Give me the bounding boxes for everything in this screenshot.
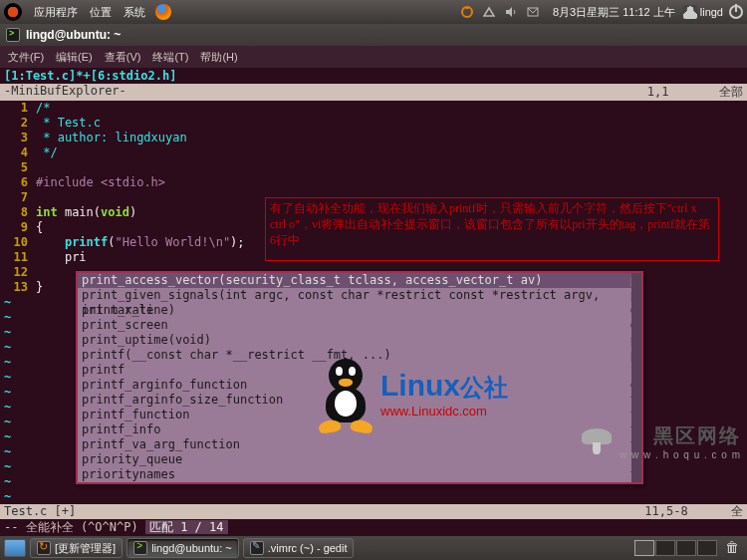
mail-tray-icon[interactable] — [526, 5, 542, 19]
completion-item[interactable]: printf_functiont — [78, 408, 641, 422]
task-label: .vimrc (~) - gedit — [268, 542, 348, 554]
completion-item[interactable]: priority_queues — [78, 452, 641, 467]
firefox-launcher-icon[interactable] — [155, 4, 171, 20]
menu-view[interactable]: 查看(V) — [99, 50, 147, 65]
workspace-2[interactable] — [655, 540, 675, 556]
completion-item[interactable]: printf_va_arg_functiont — [78, 437, 641, 452]
workspace-3[interactable] — [676, 540, 696, 556]
code-line: /* — [36, 101, 50, 115]
update-tray-icon[interactable] — [460, 5, 476, 19]
menu-help[interactable]: 帮助(H) — [194, 50, 243, 65]
show-desktop-button[interactable] — [4, 539, 26, 557]
system-menu[interactable]: 系统 — [118, 5, 151, 20]
completion-item[interactable]: print_uptime(void)p — [78, 333, 641, 348]
completion-item[interactable]: print_given_signals(int argc, const char… — [78, 288, 641, 303]
completion-text: printf_info — [82, 422, 160, 437]
completion-text: printf — [82, 363, 124, 378]
apps-menu[interactable]: 应用程序 — [28, 5, 84, 20]
completion-item[interactable]: printf(__const char *__restrict __fmt, .… — [78, 348, 641, 363]
gnome-top-panel: 应用程序 位置 系统 8月3日星期三 11:12 上午 lingd — [0, 0, 747, 24]
task-label: [更新管理器] — [55, 541, 116, 556]
code-line — [36, 265, 43, 279]
completion-item[interactable]: printff — [78, 363, 641, 378]
status-percent: 全 — [731, 504, 743, 518]
trash-icon[interactable] — [725, 539, 743, 557]
workspace-pager[interactable] — [634, 540, 717, 556]
completion-text: printf_arginfo_size_function — [82, 393, 283, 408]
completion-text: print_rate — [82, 303, 153, 318]
terminal-menubar: 文件(F) 编辑(E) 查看(V) 终端(T) 帮助(H) — [0, 46, 747, 68]
code-line: */ — [36, 145, 58, 159]
status-position: 11,5-8 — [644, 504, 687, 518]
minibuf-statusline: -MiniBufExplorer- 1,1 全部 — [0, 84, 747, 101]
workspace-4[interactable] — [697, 540, 717, 556]
mbe-pos: 1,1 — [647, 85, 669, 99]
completion-item[interactable]: print_access_vector(security_class_t tcl… — [78, 273, 641, 288]
completion-item[interactable]: printf_infot — [78, 422, 641, 437]
completion-text: prioritynames — [82, 467, 175, 482]
username-label[interactable]: lingd — [700, 6, 723, 18]
cursor-text: pri — [65, 250, 87, 264]
updater-icon — [37, 541, 51, 555]
menu-terminal[interactable]: 终端(T) — [146, 50, 194, 65]
volume-tray-icon[interactable] — [504, 5, 520, 19]
completion-text: print_screen — [82, 318, 168, 333]
line-number-gutter: 12345678910111213 — [0, 101, 36, 295]
vim-statusline: Test.c [+] 11,5-8 全 — [0, 504, 747, 519]
places-menu[interactable]: 位置 — [84, 5, 118, 20]
completion-item[interactable]: printf_arginfo_size_functiont — [78, 393, 641, 408]
completion-text: printf_arginfo_function — [82, 378, 247, 393]
completion-text: print_access_vector(security_class_t tcl… — [82, 273, 542, 288]
ubuntu-logo-icon[interactable] — [4, 3, 22, 21]
completion-item[interactable]: print_screend — [78, 318, 641, 333]
vim-editor[interactable]: [1:Test.c]*+[6:stdio2.h] -MiniBufExplore… — [0, 68, 747, 504]
window-titlebar: lingd@ubuntu: ~ — [0, 24, 747, 46]
completion-popup[interactable]: print_access_vector(security_class_t tcl… — [76, 271, 643, 484]
gedit-icon — [250, 541, 264, 555]
completion-text: printf_function — [82, 408, 189, 422]
completion-text: printf(__const char *__restrict __fmt, .… — [82, 348, 391, 363]
user-icon — [683, 5, 697, 19]
completion-mode-label: -- 全能补全 (^O^N^P) — [4, 520, 145, 534]
completion-text: printf_va_arg_function — [82, 437, 240, 452]
completion-text: priority_queue — [82, 452, 182, 467]
annotation-box: 有了自动补全功能，现在我们输入printf时，只需输入前几个字符，然后按下"ct… — [265, 197, 719, 261]
task-label: lingd@ubuntu: ~ — [151, 542, 232, 554]
mbe-label: -MiniBufExplorer- — [4, 84, 126, 101]
vim-commandline: -- 全能补全 (^O^N^P) 匹配 1 / 14 — [0, 519, 747, 535]
completion-item[interactable]: printf_arginfo_functiond — [78, 378, 641, 393]
completion-match-count: 匹配 1 / 14 — [145, 520, 228, 534]
clock-label[interactable]: 8月3日星期三 11:12 上午 — [545, 5, 683, 20]
mbe-mode: 全部 — [719, 85, 743, 99]
taskbar-task[interactable]: [更新管理器] — [30, 538, 123, 558]
code-line: #include — [36, 175, 101, 189]
minibuf-buffers[interactable]: [1:Test.c]*+[6:stdio2.h] — [0, 68, 747, 84]
taskbar-task[interactable]: lingd@ubuntu: ~ — [126, 538, 239, 558]
workspace-1[interactable] — [634, 540, 654, 556]
power-icon[interactable] — [729, 5, 743, 19]
completion-text: print_given_signals(int argc, const char… — [82, 288, 622, 303]
completion-item[interactable]: prioritynamest — [78, 467, 641, 482]
menu-file[interactable]: 文件(F) — [2, 50, 50, 65]
status-filename: Test.c [+] — [4, 504, 76, 519]
network-tray-icon[interactable] — [482, 5, 498, 19]
taskbar-task[interactable]: .vimrc (~) - gedit — [243, 538, 355, 558]
terminal-icon — [6, 28, 20, 42]
popup-scrollbar[interactable] — [631, 273, 641, 482]
code-line: * Test.c — [36, 116, 101, 130]
menu-edit[interactable]: 编辑(E) — [50, 50, 99, 65]
term-icon — [133, 541, 147, 555]
code-line: * author: lingdxuyan — [36, 131, 187, 144]
completion-text: print_uptime(void) — [82, 333, 211, 348]
gnome-bottom-panel: [更新管理器]lingd@ubuntu: ~.vimrc (~) - gedit — [0, 536, 747, 560]
window-title: lingd@ubuntu: ~ — [26, 28, 121, 42]
code-line: { — [36, 220, 43, 234]
code-line: } — [36, 280, 43, 294]
